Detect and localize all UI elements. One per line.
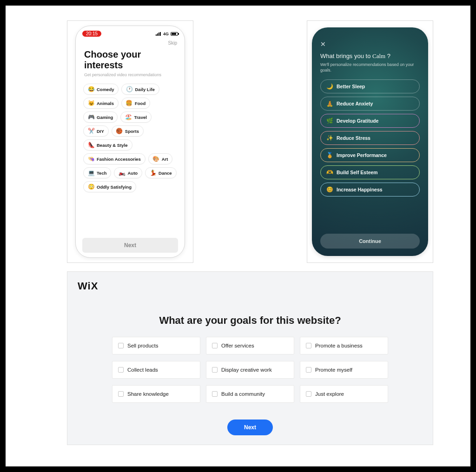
goal-icon: 🌙 bbox=[326, 83, 333, 90]
signal-icon bbox=[156, 32, 161, 36]
interest-pill-label: Travel bbox=[134, 115, 146, 120]
interest-pill-icon: 💃 bbox=[150, 170, 156, 176]
goal-icon: 😊 bbox=[326, 186, 333, 193]
interest-pill-icon: 💻 bbox=[88, 170, 94, 176]
goal-icon: 🌿 bbox=[326, 118, 333, 124]
interest-pill-icon: 🍔 bbox=[126, 100, 132, 106]
calm-goal-option[interactable]: 🌿Develop Gratitude bbox=[320, 114, 420, 128]
interests-subtitle: Get personalized video recommendations bbox=[84, 72, 176, 77]
skip-button[interactable]: Skip bbox=[83, 40, 177, 46]
interest-pill-icon: 🏍️ bbox=[119, 170, 125, 176]
next-button[interactable]: Next bbox=[82, 238, 178, 253]
goal-label: Increase Happiness bbox=[337, 187, 383, 192]
interest-pill-icon: 🏀 bbox=[116, 128, 123, 134]
interests-panel: 20:15 4G Skip Choose your interests Get … bbox=[67, 20, 193, 263]
wix-option[interactable]: Build a community bbox=[206, 385, 294, 403]
calm-goal-option[interactable]: 🌙Better Sleep bbox=[320, 79, 420, 93]
wix-option-label: Promote a business bbox=[315, 343, 363, 348]
status-bar: 20:15 4G bbox=[82, 31, 178, 37]
interest-pill[interactable]: 💻Tech bbox=[83, 167, 111, 178]
wix-option[interactable]: Offer services bbox=[206, 337, 294, 354]
wix-option[interactable]: Display creative work bbox=[206, 361, 294, 379]
goal-label: Develop Gratitude bbox=[337, 118, 378, 124]
goal-icon: 🫶 bbox=[326, 169, 333, 176]
checkbox-icon bbox=[212, 367, 218, 373]
interest-pill[interactable]: 😂Comedy bbox=[83, 84, 119, 95]
checkbox-icon bbox=[118, 391, 124, 397]
wix-next-button[interactable]: Next bbox=[227, 420, 273, 435]
calm-subtitle: We'll personalize recommendations based … bbox=[320, 62, 420, 73]
wix-option[interactable]: Just explore bbox=[300, 385, 388, 403]
wix-option-label: Just explore bbox=[315, 391, 344, 397]
interest-pill-icon: 🎨 bbox=[153, 156, 159, 162]
interest-pill-label: Tech bbox=[97, 170, 106, 176]
wix-option-label: Display creative work bbox=[221, 367, 272, 373]
continue-button[interactable]: Continue bbox=[320, 234, 420, 249]
interest-pill[interactable]: ✂️DIY bbox=[83, 125, 109, 137]
interest-pill[interactable]: 💃Dance bbox=[145, 167, 177, 178]
wix-option[interactable]: Promote myself bbox=[300, 361, 388, 379]
close-icon[interactable]: ✕ bbox=[320, 40, 420, 48]
interest-pill[interactable]: 😺Animals bbox=[83, 98, 119, 109]
calm-goal-list: 🌙Better Sleep🧘Reduce Anxiety🌿Develop Gra… bbox=[320, 79, 420, 197]
calm-goal-option[interactable]: 🫶Build Self Esteem bbox=[320, 165, 420, 179]
interest-pill[interactable]: 👠Beauty & Style bbox=[83, 139, 132, 151]
wix-panel: WiX What are your goals for this website… bbox=[67, 271, 433, 445]
network-label: 4G bbox=[163, 32, 169, 36]
goal-label: Build Self Esteem bbox=[337, 170, 378, 175]
wix-option[interactable]: Share knowledge bbox=[112, 385, 200, 403]
goal-label: Improve Performance bbox=[337, 152, 387, 158]
wix-title: What are your goals for this website? bbox=[67, 315, 433, 327]
wix-option[interactable]: Promote a business bbox=[300, 337, 388, 354]
wix-option-label: Sell products bbox=[127, 343, 158, 348]
calm-goal-option[interactable]: 🏅Improve Performance bbox=[320, 148, 420, 162]
wix-option-label: Share knowledge bbox=[127, 391, 169, 397]
interest-pill[interactable]: 👒Fashion Accessories bbox=[83, 153, 145, 164]
wix-option-label: Build a community bbox=[221, 391, 265, 397]
checkbox-icon bbox=[212, 391, 218, 397]
interest-pill-label: DIY bbox=[97, 129, 104, 134]
checkbox-icon bbox=[118, 343, 124, 348]
checkbox-icon bbox=[212, 343, 218, 348]
interest-pill-label: Gaming bbox=[97, 115, 113, 120]
wix-option[interactable]: Sell products bbox=[112, 337, 200, 354]
wix-option-label: Offer services bbox=[221, 343, 254, 348]
checkbox-icon bbox=[306, 367, 311, 373]
status-right: 4G bbox=[156, 32, 178, 36]
interest-pill-icon: 😳 bbox=[88, 184, 94, 190]
interest-pill[interactable]: 🏍️Auto bbox=[114, 167, 142, 178]
interest-pill-label: Art bbox=[162, 157, 168, 162]
goal-label: Better Sleep bbox=[337, 84, 365, 89]
goal-label: Reduce Anxiety bbox=[337, 101, 373, 106]
interest-pill-label: Dance bbox=[159, 170, 172, 176]
wix-option-label: Collect leads bbox=[127, 367, 158, 373]
calm-goal-option[interactable]: 🧘Reduce Anxiety bbox=[320, 97, 420, 111]
checkbox-icon bbox=[306, 343, 311, 348]
interests-title: Choose your interests bbox=[84, 49, 176, 71]
calm-phone: ✕ What brings you to Calm ? We'll person… bbox=[312, 27, 428, 256]
interest-pill-icon: 😺 bbox=[88, 100, 94, 106]
calm-goal-option[interactable]: ✨Reduce Stress bbox=[320, 131, 420, 145]
interest-pill[interactable]: 🎨Art bbox=[148, 153, 173, 164]
interest-pill-label: Beauty & Style bbox=[97, 143, 128, 148]
wix-option[interactable]: Collect leads bbox=[112, 361, 200, 379]
interest-pill[interactable]: 🎮Gaming bbox=[83, 111, 118, 123]
interest-pill[interactable]: 🍔Food bbox=[121, 98, 150, 109]
calm-title: What brings you to Calm ? bbox=[320, 52, 420, 60]
goal-icon: 🏅 bbox=[326, 152, 333, 158]
interest-pill[interactable]: 😳Oddly Satisfying bbox=[83, 181, 136, 192]
battery-icon bbox=[171, 32, 178, 36]
interest-pill[interactable]: 🏖️Travel bbox=[120, 111, 151, 123]
interest-pill-icon: 👠 bbox=[88, 142, 94, 148]
checkbox-icon bbox=[306, 391, 311, 397]
interest-pill-label: Animals bbox=[97, 101, 114, 106]
interest-pill-label: Sports bbox=[125, 129, 139, 134]
interest-pill[interactable]: 🏀Sports bbox=[112, 125, 144, 137]
goal-label: Reduce Stress bbox=[337, 135, 370, 141]
goal-icon: 🧘 bbox=[326, 100, 333, 107]
calm-goal-option[interactable]: 😊Increase Happiness bbox=[320, 183, 420, 197]
wix-option-grid: Sell productsOffer servicesPromote a bus… bbox=[67, 337, 433, 403]
interest-pill-icon: ✂️ bbox=[88, 128, 94, 134]
goal-icon: ✨ bbox=[326, 135, 333, 141]
interest-pill[interactable]: 🕐Daily Life bbox=[121, 84, 159, 95]
